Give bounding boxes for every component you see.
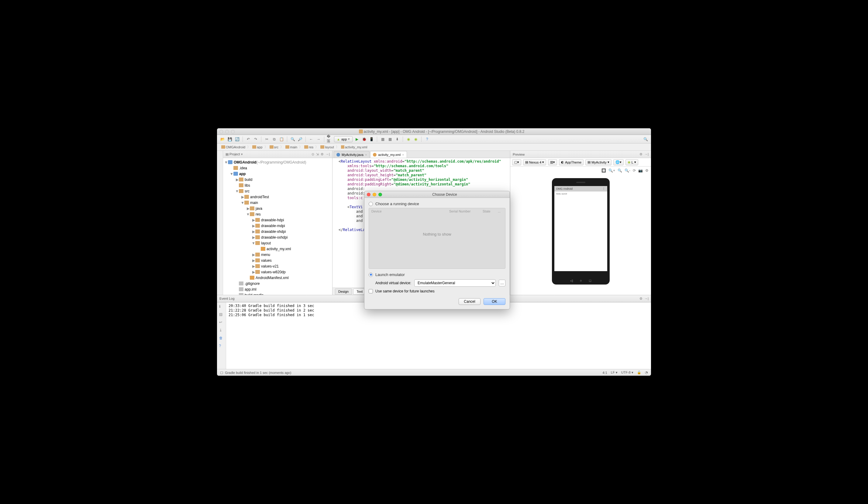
help-icon[interactable]: ? xyxy=(424,136,430,142)
breadcrumb-item[interactable]: OMGAndroid xyxy=(219,145,247,149)
screenshot-icon[interactable]: 📷 xyxy=(638,168,643,173)
tree-node[interactable]: ▼layout xyxy=(223,240,332,246)
copy-icon[interactable]: ⧉ xyxy=(271,136,277,142)
android-robot-icon[interactable]: ◉ xyxy=(405,136,412,142)
tree-node[interactable]: ▶values-w820dp xyxy=(223,269,332,275)
cancel-button[interactable]: Cancel xyxy=(458,298,480,305)
hide-icon[interactable]: →| xyxy=(644,152,649,156)
tree-node[interactable]: ▼app xyxy=(223,171,332,177)
help-icon[interactable]: ? xyxy=(219,344,224,349)
device-dropdown[interactable]: ▤ Nexus 4▾ xyxy=(523,159,546,165)
refresh-icon[interactable]: ⟳ xyxy=(633,168,636,173)
run-config-dropdown[interactable]: ▲app▾ xyxy=(334,136,353,142)
cut-icon[interactable]: ✂ xyxy=(264,136,270,142)
tree-twisty-icon[interactable]: ▶ xyxy=(252,224,255,228)
ddms-icon[interactable]: ⬇ xyxy=(394,136,400,142)
ok-button[interactable]: OK xyxy=(484,298,505,305)
zoom-actual-icon[interactable]: 🔍 xyxy=(618,168,622,173)
tree-node[interactable]: ▶build xyxy=(223,177,332,182)
save-icon[interactable]: 💾 xyxy=(227,136,233,142)
lock-icon[interactable]: 🔓 xyxy=(637,371,641,374)
tree-twisty-icon[interactable]: ▼ xyxy=(246,212,250,216)
inspector-icon[interactable]: ◔ xyxy=(645,371,648,374)
tree-twisty-icon[interactable]: ▶ xyxy=(235,177,239,182)
tree-node[interactable]: ▶java xyxy=(223,205,332,211)
editor-tab[interactable]: MyActivity.java× xyxy=(334,151,370,158)
sync-icon[interactable]: 🔄 xyxy=(234,136,240,142)
android-robot2-icon[interactable]: ◉ xyxy=(413,136,419,142)
tree-node[interactable]: ▶drawable-hdpi xyxy=(223,217,332,223)
tree-node[interactable]: ▶menu xyxy=(223,252,332,257)
back-icon[interactable]: ← xyxy=(308,136,314,142)
hide-icon[interactable]: →| xyxy=(644,297,649,301)
undo-icon[interactable]: ↶ xyxy=(245,136,251,142)
replace-icon[interactable]: 🔎 xyxy=(297,136,303,142)
running-device-list[interactable]: Device Serial Number State ... Nothing t… xyxy=(369,208,505,269)
tree-root[interactable]: ▼OMGAndroid (~/Programming/OMGAndroid) xyxy=(223,159,332,165)
choose-running-device-radio[interactable]: Choose a running device xyxy=(369,202,505,206)
project-view-label[interactable]: ▤ Project xyxy=(226,152,240,156)
tree-node[interactable]: ▶drawable-xhdpi xyxy=(223,229,332,234)
design-tab[interactable]: Design xyxy=(335,288,352,295)
event-log-content[interactable]: 20:33:40 Gradle build finished in 3 sec2… xyxy=(226,302,651,369)
close-tab-icon[interactable]: × xyxy=(365,153,367,156)
tree-twisty-icon[interactable]: ▼ xyxy=(230,172,234,176)
tree-twisty-icon[interactable]: ▶ xyxy=(252,253,255,257)
tree-twisty-icon[interactable]: ▼ xyxy=(252,241,255,245)
wrap-icon[interactable]: ↩ xyxy=(219,320,224,325)
avd-select[interactable]: EmulateMasterGeneral xyxy=(414,279,496,287)
tree-node[interactable]: ▶androidTest xyxy=(223,194,332,200)
gear-icon[interactable]: ⚙ xyxy=(321,152,324,156)
tree-node[interactable]: .idea xyxy=(223,165,332,171)
project-tree[interactable]: ▼OMGAndroid (~/Programming/OMGAndroid).i… xyxy=(223,158,332,295)
breadcrumb-item[interactable]: src xyxy=(268,145,280,149)
redo-icon[interactable]: ↷ xyxy=(252,136,259,142)
paste-icon[interactable]: 📋 xyxy=(278,136,285,142)
launch-emulator-radio[interactable]: Launch emulator xyxy=(369,272,505,277)
scroll-icon[interactable]: ⤓ xyxy=(219,328,224,333)
tree-node[interactable]: activity_my.xml xyxy=(223,246,332,252)
breadcrumb-item[interactable]: activity_my.xml xyxy=(339,145,369,149)
config-dropdown[interactable]: ▥▾ xyxy=(548,159,557,165)
avd-manage-button[interactable]: … xyxy=(499,280,505,286)
minimize-window-icon[interactable] xyxy=(225,130,229,133)
tree-twisty-icon[interactable]: ▼ xyxy=(241,200,244,205)
close-window-icon[interactable] xyxy=(219,130,223,133)
tree-twisty-icon[interactable]: ▼ xyxy=(235,189,239,193)
tree-node[interactable]: .gitignore xyxy=(223,280,332,286)
locale-dropdown[interactable]: 🌐▾ xyxy=(613,159,624,165)
zoom-in-icon[interactable]: 🔍+ xyxy=(608,168,615,173)
tree-twisty-icon[interactable]: ▶ xyxy=(252,270,255,274)
hide-icon[interactable]: →| xyxy=(326,152,330,156)
breadcrumb-item[interactable]: main xyxy=(283,145,299,149)
open-icon[interactable]: 📂 xyxy=(219,136,226,142)
attach-icon[interactable]: 📱 xyxy=(368,136,374,142)
debug-icon[interactable]: 🐞 xyxy=(361,136,367,142)
use-same-device-checkbox[interactable]: Use same device for future launches xyxy=(369,289,505,294)
tree-node[interactable]: AndroidManifest.xml xyxy=(223,275,332,280)
gear-icon[interactable]: ⚙ xyxy=(639,152,642,156)
tree-node[interactable]: app.iml xyxy=(223,286,332,292)
tree-node[interactable]: libs xyxy=(223,182,332,188)
tree-twisty-icon[interactable]: ▶ xyxy=(252,264,255,268)
dialog-zoom-icon[interactable] xyxy=(379,193,382,196)
activity-dropdown[interactable]: ▤ MyActivity▾ xyxy=(585,159,611,165)
collapse-icon[interactable]: ⇲ xyxy=(316,152,319,156)
tree-twisty-icon[interactable]: ▶ xyxy=(252,235,255,239)
encoding[interactable]: UTF-8 ▾ xyxy=(621,371,633,374)
trash-icon[interactable]: 🗑 xyxy=(219,336,224,341)
dialog-minimize-icon[interactable] xyxy=(373,193,376,196)
theme-dropdown[interactable]: ◐ AppTheme xyxy=(559,159,583,165)
dialog-close-icon[interactable] xyxy=(367,193,371,196)
close-tab-icon[interactable]: × xyxy=(402,153,404,156)
tree-twisty-icon[interactable]: ▶ xyxy=(252,218,255,222)
run-icon[interactable]: ▶ xyxy=(354,136,360,142)
tree-twisty-icon[interactable]: ▶ xyxy=(252,229,255,234)
filter-icon[interactable]: ▤ xyxy=(219,312,224,317)
info-icon[interactable]: ℹ xyxy=(219,304,224,309)
build-icon[interactable]: �落 xyxy=(327,136,333,142)
breadcrumb-item[interactable]: res xyxy=(302,145,315,149)
gear-icon[interactable]: ⚙ xyxy=(639,297,642,301)
tree-node[interactable]: ▶values xyxy=(223,257,332,263)
search-everywhere-icon[interactable]: 🔍 xyxy=(642,136,649,142)
